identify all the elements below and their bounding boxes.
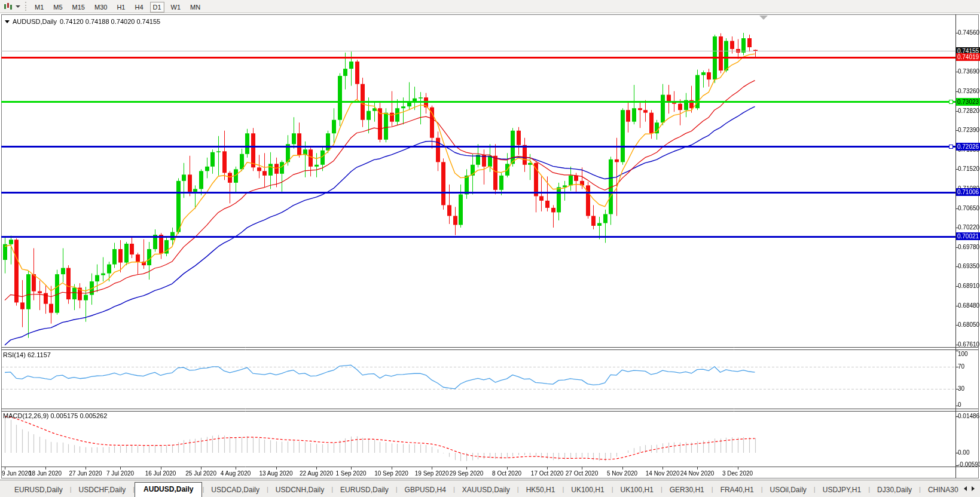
date-axis-label: 27 Oct 2020 xyxy=(566,470,598,477)
price-axis-label: 0.72820 xyxy=(958,108,979,114)
tab-scroll-buttons xyxy=(958,480,980,497)
price-axis-label: 0.68910 xyxy=(958,283,979,289)
chart-tabs: EURUSD,Daily|USDCHF,Daily|AUDUSD,Daily|U… xyxy=(0,480,980,497)
chart-tab-fra40-h1[interactable]: FRA40,H1 xyxy=(713,483,761,497)
timeframe-buttons: M1M5M15M30H1H4D1W1MN xyxy=(30,1,205,12)
chart-tab-bar: EURUSD,Daily|USDCHF,Daily|AUDUSD,Daily|U… xyxy=(0,480,980,497)
date-axis-label: 9 Jun 2020 xyxy=(2,470,32,477)
date-axis-label: 19 Sep 2020 xyxy=(415,470,449,477)
chart-ohlc-label: 0.74120 0.74188 0.74020 0.74155 xyxy=(60,18,160,25)
chart-tab-eurusd-daily[interactable]: EURUSD,Daily xyxy=(7,483,70,497)
price-axis-label: 0.71520 xyxy=(958,165,979,172)
price-axis-label: 0.70650 xyxy=(958,205,979,211)
date-axis-label: 3 Dec 2020 xyxy=(722,470,753,477)
chart-type-dropdown-icon[interactable] xyxy=(16,5,20,8)
chart-tab-usdchf-daily[interactable]: USDCHF,Daily xyxy=(72,483,133,497)
chart-tab-eurusd-daily[interactable]: EURUSD,Daily xyxy=(333,483,396,497)
rsi-indicator-label: RSI(14) 62.1157 xyxy=(3,351,51,358)
chart-title: AUDUSD,Daily 0.74120 0.74188 0.74020 0.7… xyxy=(5,18,160,25)
date-axis-label: 1 Sep 2020 xyxy=(335,470,366,477)
chart-tab-usdcnh-daily[interactable]: USDCNH,Daily xyxy=(268,483,331,497)
macd-scale-label: 0.00 xyxy=(958,449,969,456)
rsi-scale-label: 30 xyxy=(958,385,964,392)
price-axis-label: 0.68480 xyxy=(958,302,979,309)
tab-scroll-right-icon[interactable] xyxy=(972,486,975,491)
rsi-scale-label: 70 xyxy=(958,363,964,370)
chart-tab-uk100-h1[interactable]: UK100,H1 xyxy=(613,483,661,497)
macd-indicator-label: MACD(12,26,9) 0.005175 0.005262 xyxy=(3,412,107,419)
date-axis-label: 5 Nov 2020 xyxy=(607,470,637,477)
level-price-badge: 0.70021 xyxy=(956,232,980,240)
timeframe-toolbar: M1M5M15M30H1H4D1W1MN xyxy=(0,0,980,13)
date-axis-label: 4 Aug 2020 xyxy=(221,470,251,477)
price-axis-label: 0.73260 xyxy=(958,88,979,94)
chart-tab-xauusd-daily[interactable]: XAUUSD,Daily xyxy=(455,483,517,497)
timeframe-button-w1[interactable]: W1 xyxy=(168,2,184,13)
rsi-scale-label: 100 xyxy=(958,351,968,357)
level-price-badge: 0.71006 xyxy=(956,188,980,196)
timeframe-button-m15[interactable]: M15 xyxy=(69,2,88,13)
price-axis-label: 0.69350 xyxy=(958,263,979,269)
date-axis-label: 24 Nov 2020 xyxy=(680,470,715,477)
chart-tab-gbpusd-h4[interactable]: GBPUSD,H4 xyxy=(398,483,453,497)
timeframe-button-d1[interactable]: D1 xyxy=(150,2,164,13)
chart-type-icon[interactable] xyxy=(3,2,14,11)
price-axis-label: 0.69780 xyxy=(958,244,979,250)
timeframe-button-h4[interactable]: H4 xyxy=(132,2,146,13)
chart-tab-usdjpy-h1[interactable]: USDJPY,H1 xyxy=(816,483,868,497)
timeframe-button-m5[interactable]: M5 xyxy=(50,2,65,13)
chart-tab-dj30-daily[interactable]: DJ30,Daily xyxy=(870,483,919,497)
date-axis-label: 27 Jun 2020 xyxy=(69,470,102,477)
tab-scroll-left-icon[interactable] xyxy=(964,486,967,491)
chart-tab-usoil-daily[interactable]: USOil,Daily xyxy=(763,483,814,497)
price-chart-canvas[interactable] xyxy=(0,0,980,497)
macd-scale-label: -0.005938 xyxy=(958,461,980,468)
date-axis-label: 17 Oct 2020 xyxy=(531,470,563,477)
symbol-dropdown-icon[interactable] xyxy=(5,20,10,23)
chart-tab-ger30-h1[interactable]: GER30,H1 xyxy=(663,483,712,497)
price-axis-label: 0.67610 xyxy=(958,341,979,348)
date-axis-label: 29 Sep 2020 xyxy=(450,470,484,477)
date-axis-label: 18 Jun 2020 xyxy=(29,470,62,477)
macd-scale-label: 0.014861 xyxy=(958,413,980,419)
toolbar-grip[interactable] xyxy=(25,2,26,11)
timeframe-button-mn[interactable]: MN xyxy=(187,2,203,13)
chart-tab-hk50-h1[interactable]: HK50,H1 xyxy=(519,483,563,497)
date-axis-label: 25 Jul 2020 xyxy=(185,470,216,477)
trading-platform-window: M1M5M15M30H1H4D1W1MN AUDUSD,Daily 0.7412… xyxy=(0,0,980,497)
date-axis-label: 14 Nov 2020 xyxy=(646,470,680,477)
rsi-scale-label: 0 xyxy=(958,401,961,408)
chart-tab-usdcad-daily[interactable]: USDCAD,Daily xyxy=(204,483,267,497)
date-axis-label: 16 Jul 2020 xyxy=(145,470,176,477)
date-axis-label: 8 Oct 2020 xyxy=(492,470,521,477)
price-axis-label: 0.68050 xyxy=(958,321,979,328)
price-axis-label: 0.74560 xyxy=(958,29,979,36)
level-price-badge: 0.73023 xyxy=(956,98,980,106)
timeframe-button-m1[interactable]: M1 xyxy=(32,2,47,13)
date-axis-label: 22 Aug 2020 xyxy=(300,470,333,477)
timeframe-button-h1[interactable]: H1 xyxy=(114,2,128,13)
chart-tab-uk100-h1[interactable]: UK100,H1 xyxy=(564,483,611,497)
chart-tab-audusd-daily[interactable]: AUDUSD,Daily xyxy=(135,482,202,497)
level-price-badge: 0.74019 xyxy=(956,53,980,61)
price-axis-label: 0.70220 xyxy=(958,224,979,231)
chart-shift-marker-icon[interactable] xyxy=(759,16,768,20)
price-axis-label: 0.72390 xyxy=(958,127,979,133)
level-price-badge: 0.72026 xyxy=(956,143,980,151)
chart-symbol-label: AUDUSD,Daily xyxy=(13,18,57,25)
date-axis-label: 10 Sep 2020 xyxy=(374,470,408,477)
timeframe-button-m30[interactable]: M30 xyxy=(91,2,110,13)
price-axis-label: 0.73690 xyxy=(958,68,979,75)
date-axis-label: 7 Jul 2020 xyxy=(106,470,134,477)
date-axis-label: 13 Aug 2020 xyxy=(259,470,292,477)
